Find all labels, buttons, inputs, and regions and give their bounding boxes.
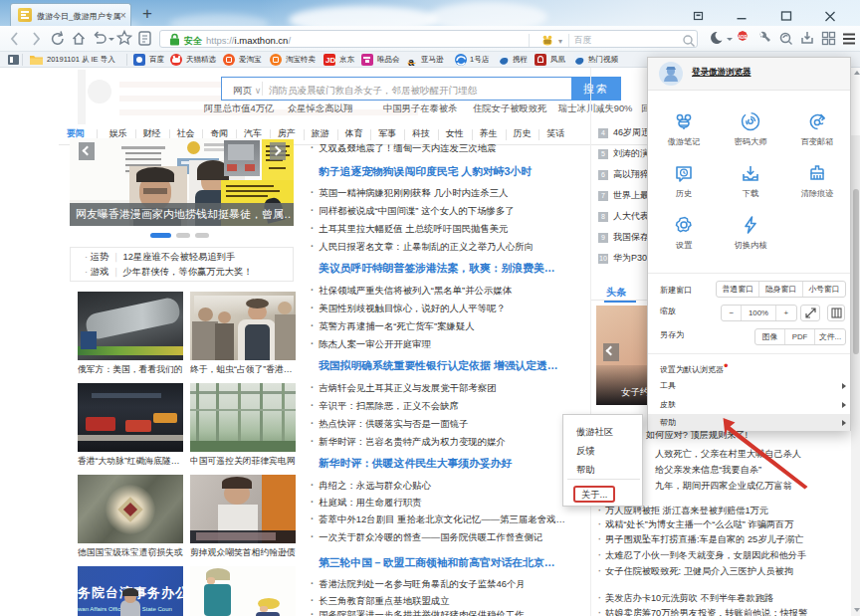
svg-text:ADB: ADB	[738, 35, 748, 40]
